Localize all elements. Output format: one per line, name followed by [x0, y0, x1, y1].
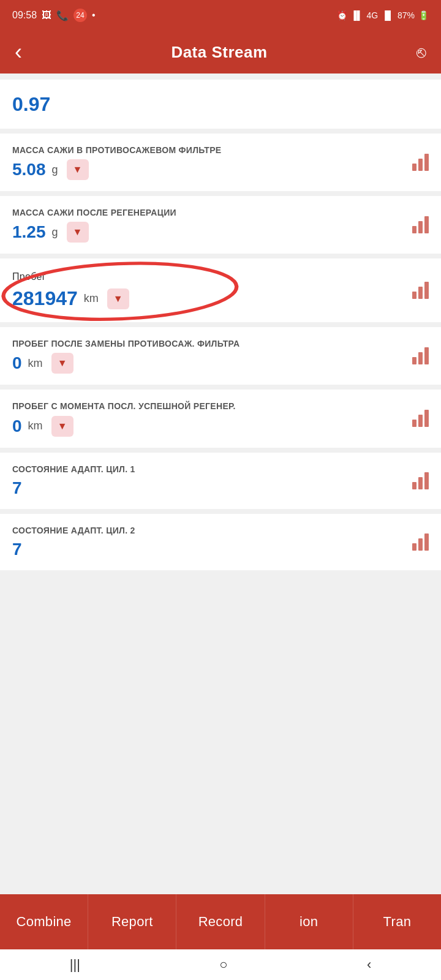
card-5-value-row: 0 km ▼	[12, 416, 406, 437]
card-5-chart-icon[interactable]	[412, 410, 429, 427]
card-6-chart-icon[interactable]	[412, 472, 429, 489]
card-4-label: ПРОБЕГ ПОСЛЕ ЗАМЕНЫ ПРОТИВОСАЖ. ФИЛЬТРА	[12, 338, 406, 349]
card-4-chart-icon[interactable]	[412, 347, 429, 364]
data-card-2: МАССА САЖИ ПОСЛЕ РЕГЕНЕРАЦИИ 1.25 g ▼	[0, 196, 441, 254]
back-button[interactable]: ‹	[15, 39, 22, 65]
card-7-left: СОСТОЯНИЕ АДАПТ. ЦИЛ. 2 7	[12, 525, 406, 559]
card-0-value: 0.97	[12, 93, 50, 116]
card-4-unit: km	[28, 357, 43, 370]
card-2-label: МАССА САЖИ ПОСЛЕ РЕГЕНЕРАЦИИ	[12, 207, 406, 218]
card-3-chart-icon[interactable]	[412, 282, 429, 299]
card-1-chart-icon[interactable]	[412, 154, 429, 171]
card-4-left: ПРОБЕГ ПОСЛЕ ЗАМЕНЫ ПРОТИВОСАЖ. ФИЛЬТРА …	[12, 338, 406, 374]
card-5-value: 0	[12, 417, 22, 436]
data-card-6: СОСТОЯНИЕ АДАПТ. ЦИЛ. 1 7	[0, 453, 441, 509]
android-menu-icon[interactable]: |||	[70, 957, 80, 973]
card-5-dropdown[interactable]: ▼	[51, 416, 74, 437]
status-left: 09:58 🖼 📞 24 •	[12, 9, 96, 22]
data-card-5: ПРОБЕГ С МОМЕНТА ПОСЛ. УСПЕШНОЙ РЕГЕНЕР.…	[0, 390, 441, 447]
android-back-icon[interactable]: ‹	[367, 957, 371, 973]
card-7-value-row: 7	[12, 540, 406, 559]
card-3-unit: km	[84, 292, 99, 305]
card-4-value-row: 0 km ▼	[12, 353, 406, 374]
data-card-3: Пробег 281947 km ▼	[0, 258, 441, 322]
card-1-unit: g	[52, 164, 58, 176]
dot-icon: •	[92, 10, 96, 21]
status-time: 09:58	[12, 10, 37, 21]
card-1-label: МАССА САЖИ В ПРОТИВОСАЖЕВОМ ФИЛЬТРЕ	[12, 145, 406, 156]
card-1-value-row: 5.08 g ▼	[12, 159, 406, 180]
android-nav-bar: ||| ○ ‹	[0, 949, 441, 980]
status-bar: 09:58 🖼 📞 24 • ⏰ ▐▌ 4G ▐▌ 87% 🔋	[0, 0, 441, 31]
content-area: 0.97 МАССА САЖИ В ПРОТИВОСАЖЕВОМ ФИЛЬТРЕ…	[0, 74, 441, 643]
card-6-value-row: 7	[12, 478, 406, 498]
card-4-value: 0	[12, 353, 22, 373]
card-6-left: СОСТОЯНИЕ АДАПТ. ЦИЛ. 1 7	[12, 464, 406, 498]
card-7-label: СОСТОЯНИЕ АДАПТ. ЦИЛ. 2	[12, 525, 406, 536]
card-2-left: МАССА САЖИ ПОСЛЕ РЕГЕНЕРАЦИИ 1.25 g ▼	[12, 207, 406, 243]
card-5-unit: km	[28, 420, 43, 432]
card-5-left: ПРОБЕГ С МОМЕНТА ПОСЛ. УСПЕШНОЙ РЕГЕНЕР.…	[12, 401, 406, 436]
top-bar: ‹ Data Stream ⎋	[0, 31, 441, 74]
card-3-label: Пробег	[12, 271, 406, 284]
card-6-label: СОСТОЯНИЕ АДАПТ. ЦИЛ. 1	[12, 464, 406, 475]
card-2-chart-icon[interactable]	[412, 216, 429, 233]
card-2-value-row: 1.25 g ▼	[12, 222, 406, 243]
record-button[interactable]: Record	[176, 894, 265, 949]
battery-level: 87%	[398, 10, 415, 20]
card-2-value: 1.25	[12, 222, 46, 242]
card-2-dropdown[interactable]: ▼	[67, 222, 89, 243]
tran-button[interactable]: Tran	[353, 894, 441, 949]
card-1-value: 5.08	[12, 160, 46, 179]
report-button[interactable]: Report	[88, 894, 176, 949]
notification-icon: 24	[74, 9, 87, 22]
data-card-0: 0.97	[0, 80, 441, 129]
phone-icon: 📞	[56, 10, 69, 21]
signal-type: 4G	[366, 10, 378, 20]
card-3-value: 281947	[12, 287, 78, 310]
card-2-unit: g	[52, 226, 58, 239]
signal-bars-icon: ▐▌	[351, 10, 363, 20]
status-right: ⏰ ▐▌ 4G ▐▌ 87% 🔋	[337, 10, 429, 20]
alarm-icon: ⏰	[337, 10, 347, 20]
card-0-left: 0.97	[12, 93, 429, 116]
data-card-1: МАССА САЖИ В ПРОТИВОСАЖЕВОМ ФИЛЬТРЕ 5.08…	[0, 134, 441, 191]
card-7-chart-icon[interactable]	[412, 533, 429, 551]
battery-icon: 🔋	[418, 10, 429, 20]
export-button[interactable]: ⎋	[417, 43, 426, 62]
data-card-4: ПРОБЕГ ПОСЛЕ ЗАМЕНЫ ПРОТИВОСАЖ. ФИЛЬТРА …	[0, 327, 441, 385]
card-1-left: МАССА САЖИ В ПРОТИВОСАЖЕВОМ ФИЛЬТРЕ 5.08…	[12, 145, 406, 180]
card-1-dropdown[interactable]: ▼	[67, 159, 89, 180]
card-3-left: Пробег 281947 km ▼	[12, 271, 406, 310]
signal-bars2-icon: ▐▌	[382, 10, 394, 20]
card-3-dropdown[interactable]: ▼	[107, 288, 129, 309]
bottom-nav: Combine Report Record ion Tran	[0, 894, 441, 949]
page-title: Data Stream	[171, 43, 267, 62]
card-7-value: 7	[12, 540, 22, 559]
data-card-7: СОСТОЯНИЕ АДАПТ. ЦИЛ. 2 7	[0, 514, 441, 570]
card-5-label: ПРОБЕГ С МОМЕНТА ПОСЛ. УСПЕШНОЙ РЕГЕНЕР.	[12, 401, 406, 412]
android-home-icon[interactable]: ○	[219, 957, 227, 973]
combine-button[interactable]: Combine	[0, 894, 88, 949]
card-6-value: 7	[12, 478, 22, 498]
card-3-value-row: 281947 km ▼	[12, 287, 406, 310]
gallery-icon: 🖼	[42, 10, 51, 21]
ion-button[interactable]: ion	[265, 894, 353, 949]
card-4-dropdown[interactable]: ▼	[51, 353, 74, 374]
card-0-value-row: 0.97	[12, 93, 429, 116]
